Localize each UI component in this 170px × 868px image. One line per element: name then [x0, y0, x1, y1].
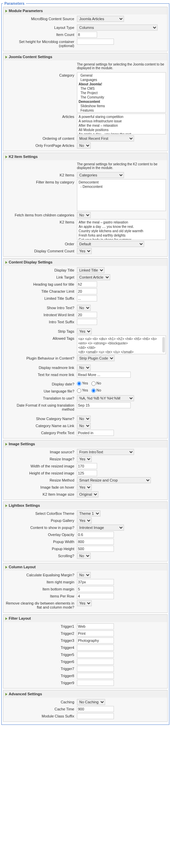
select-ordering[interactable]: Most Recent First	[77, 135, 134, 142]
input-intro-word[interactable]	[77, 312, 97, 318]
select-scrolling[interactable]: No	[77, 553, 91, 559]
parameters-legend: Parameters	[3, 1, 26, 5]
panel-header-k2[interactable]: K2 Item Settings	[3, 153, 167, 160]
label-category: Category	[5, 72, 77, 78]
input-trigger5[interactable]	[77, 652, 114, 658]
panel-header-column[interactable]: Column Layout	[3, 563, 167, 570]
select-k2items[interactable]: Categories	[77, 172, 124, 178]
parameters-fieldset: Parameters Module Parameters MicroBlog C…	[1, 1, 169, 725]
panel-header-image[interactable]: Image Settings	[3, 440, 167, 447]
input-trigger1[interactable]	[77, 623, 114, 629]
panel-header-filter[interactable]: Filter Layout	[3, 615, 167, 622]
input-bottom[interactable]	[77, 586, 114, 592]
label-img-height: Height of the resized image	[5, 470, 77, 476]
select-caching[interactable]: No Caching	[77, 699, 105, 705]
panel-filter: Filter Layout Trigger1 Trigger2 Trigger3…	[3, 614, 168, 688]
select-plugin[interactable]: Strip Plugin Code	[77, 355, 114, 361]
expand-icon	[5, 10, 7, 12]
select-img-source[interactable]: From IntroText	[77, 449, 134, 455]
input-right[interactable]	[77, 579, 114, 585]
select-readmore-link[interactable]: No	[77, 365, 91, 371]
select-theme[interactable]: Theme 1	[77, 510, 100, 517]
scrollbar-icon[interactable]	[162, 337, 165, 352]
label-date-format: Date Format if not using translation met…	[5, 402, 77, 412]
label-trigger1: Trigger1	[5, 623, 77, 629]
panel-title: Content Display Settings	[9, 260, 53, 264]
select-link-target[interactable]: Content Article	[77, 274, 110, 280]
select-method[interactable]: Smart Resize and Crop	[77, 477, 151, 483]
label-trigger6: Trigger6	[5, 659, 77, 665]
select-comment[interactable]: Yes	[77, 248, 92, 254]
panel-header-lightbox[interactable]: Lightbox Settings	[3, 502, 167, 509]
select-resize[interactable]: Yes	[77, 456, 92, 462]
label-intro-word: Introtext Word limit	[5, 312, 77, 318]
input-img-height[interactable]	[77, 470, 97, 476]
label-cat-prefix: Category Prefix Text	[5, 430, 77, 436]
input-trigger8[interactable]	[77, 673, 114, 679]
input-date-format[interactable]	[77, 402, 131, 408]
input-img-width[interactable]	[77, 463, 97, 469]
select-show-intro[interactable]: No	[77, 305, 91, 311]
select-fade[interactable]: Yes	[77, 484, 92, 490]
select-order[interactable]: Default	[77, 241, 144, 247]
label-k2items2: K2 Items	[5, 219, 77, 225]
input-suffix[interactable]	[77, 713, 114, 719]
input-perrow[interactable]	[77, 593, 114, 599]
panel-header-joomla[interactable]: Joomla Content Settings	[3, 53, 167, 61]
input-pheight[interactable]	[77, 546, 114, 552]
select-content-show[interactable]: Introtext Image	[77, 525, 124, 531]
select-equal[interactable]: No	[77, 572, 91, 578]
listbox-articles[interactable]: A powerful staring competitionA serious …	[77, 114, 166, 134]
select-layout[interactable]: Columns	[77, 25, 158, 31]
select-gallery[interactable]: Yes	[77, 518, 92, 524]
select-frontpage[interactable]: No	[77, 143, 91, 149]
input-pwidth[interactable]	[77, 539, 114, 545]
select-display-title[interactable]: Linked Title	[77, 267, 104, 273]
panel-content: Content Display Settings Display TitleLi…	[3, 258, 168, 438]
label-order: Order	[5, 241, 77, 247]
listbox-k2items[interactable]: After the meal – gastro relaxationAn app…	[77, 219, 166, 240]
select-children[interactable]: No	[77, 212, 91, 218]
panel-joomla: Joomla Content Settings The general sett…	[3, 53, 168, 151]
panel-header-advanced[interactable]: Advanced Settings	[3, 690, 167, 698]
select-show-cat[interactable]: No	[77, 416, 91, 422]
select-translation[interactable]: %A, %d %B %Y %H:%M	[77, 395, 134, 401]
select-cat-link[interactable]: No	[77, 423, 91, 429]
input-intro-suffix[interactable]	[77, 319, 97, 325]
label-show-intro: Show Intro Text?	[5, 305, 77, 311]
select-clearing[interactable]: Yes	[77, 600, 92, 606]
radio-lang-yes[interactable]	[77, 389, 81, 393]
input-cache-time[interactable]	[77, 706, 114, 712]
input-opacity[interactable]	[77, 532, 114, 538]
input-cat-prefix[interactable]	[77, 430, 114, 436]
input-trigger6[interactable]	[77, 659, 114, 665]
panel-header-module[interactable]: Module Parameters	[3, 7, 167, 14]
input-trigger3[interactable]	[77, 638, 114, 644]
input-heading-tag[interactable]	[77, 281, 97, 287]
input-trigger7[interactable]	[77, 666, 114, 672]
hint-k2: The general settings for selecting the K…	[77, 162, 166, 171]
input-trigger2[interactable]	[77, 630, 114, 637]
input-trigger9[interactable]	[77, 680, 114, 686]
radio-date-yes[interactable]	[77, 381, 81, 386]
input-height[interactable]	[77, 39, 114, 45]
panel-header-content[interactable]: Content Display Settings	[3, 258, 167, 266]
input-count[interactable]	[77, 32, 97, 38]
panel-k2: K2 Item Settings The general settings fo…	[3, 153, 168, 257]
select-source[interactable]: Joomla Articles	[77, 16, 124, 22]
select-strip-tags[interactable]: Yes	[77, 328, 92, 334]
textarea-allowed-tags[interactable]: <a> <ul> <li> <div> <h1> <h2> <h4> <h5> …	[77, 335, 166, 354]
panel-title: Module Parameters	[9, 9, 43, 13]
input-title-limit[interactable]	[77, 288, 97, 294]
label-intro-suffix: Intro Text Suffix	[5, 319, 77, 325]
input-trigger4[interactable]	[77, 645, 114, 651]
listbox-filter[interactable]: Democontent - Democontent	[77, 179, 166, 211]
radio-date-no[interactable]	[91, 381, 96, 386]
select-k2size[interactable]: Original	[77, 491, 98, 497]
label-caching: Caching	[5, 699, 77, 705]
input-limited-suffix[interactable]	[77, 296, 97, 302]
listbox-category[interactable]: General LanguagesAbout Joomla! The CMS T…	[77, 72, 166, 113]
radio-lang-no[interactable]	[91, 389, 96, 393]
label-cat-link: Category Name as Link	[5, 423, 77, 429]
input-readmore-text[interactable]	[77, 372, 131, 378]
